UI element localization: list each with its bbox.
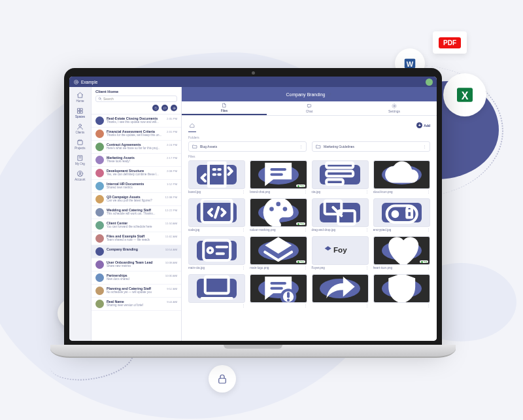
add-button[interactable]: +Add [416, 122, 430, 128]
avatar [95, 300, 104, 308]
file-name: cloud-icon.png [373, 190, 393, 194]
home-icon [76, 92, 84, 99]
search-input[interactable]: Search [95, 96, 177, 102]
more-icon[interactable]: ⋮ [365, 266, 369, 270]
folder-item[interactable]: Blog Assets⋮ [188, 141, 307, 152]
nav-home[interactable]: Home [69, 90, 91, 105]
conversation-item[interactable]: Financial Assessment Criteria2:31 PM Tha… [92, 128, 181, 141]
conversation-item[interactable]: Contract Agreements2:24 PM Here's what w… [92, 141, 181, 154]
more-icon[interactable]: ⋮ [365, 228, 369, 232]
more-icon[interactable]: ⋮ [427, 304, 430, 307]
file-item[interactable]: tag heart-icon.png⋮ [373, 236, 430, 270]
file-item[interactable]: encrypted.jpg⋮ [373, 198, 430, 232]
file-item[interactable]: main-cta.jpg⋮ [188, 236, 245, 270]
nav-account[interactable]: Account [69, 168, 91, 183]
more-icon[interactable]: ⋮ [242, 266, 245, 270]
panel-title: Client Home [95, 90, 177, 94]
avatar [95, 208, 104, 217]
conversation-item[interactable]: Q3 Campaign Assets12:38 PM Can we also p… [92, 193, 181, 206]
more-icon[interactable]: ⋮ [427, 228, 430, 232]
more-icon[interactable]: ⋮ [242, 304, 245, 307]
conversation-item[interactable]: Marketing Assets2:17 PM These look ready… [92, 154, 181, 167]
file-item[interactable]: tag colour-marking.png⋮ [250, 198, 307, 232]
nav-org[interactable]: My Org [69, 152, 91, 167]
nav-clients[interactable]: Clients [69, 121, 91, 136]
conversation-item[interactable]: Client Center11:50 AM You can forward th… [92, 219, 181, 232]
more-icon[interactable]: ⋮ [423, 145, 426, 149]
svg-point-30 [283, 207, 288, 212]
svg-point-8 [75, 81, 76, 82]
conversation-item[interactable]: Planning and Catering Staff9:52 AM No sc… [92, 285, 181, 298]
folder-icon [192, 144, 197, 149]
file-item[interactable]: tag main-logo.png⋮ [250, 236, 307, 270]
file-item[interactable]: drag-and-drop.jpg⋮ [312, 198, 369, 232]
file-item[interactable]: ⋮ [188, 274, 245, 307]
file-item[interactable]: ⋮ [373, 274, 430, 307]
more-icon[interactable]: ⋮ [427, 266, 430, 270]
file-item[interactable]: Foy Foyer.png⋮ [312, 236, 369, 270]
nav-projects[interactable]: Projects [69, 137, 91, 152]
tab-chat[interactable]: Chat [267, 101, 352, 115]
file-name: encrypted.jpg [373, 228, 392, 232]
file-thumbnail [188, 160, 245, 189]
more-icon[interactable]: ⋮ [365, 190, 369, 194]
breadcrumb-home[interactable] [188, 118, 196, 132]
tag-badge: tag [296, 222, 305, 225]
file-item[interactable]: ⋮ [312, 274, 369, 307]
file-name: main-logo.png [250, 266, 269, 270]
more-icon[interactable]: ⋮ [304, 304, 307, 307]
nav-spaces[interactable]: Spaces [69, 105, 91, 120]
file-name: cta.jpg [312, 190, 321, 194]
user-avatar[interactable] [426, 79, 433, 86]
new-item-button[interactable] [171, 105, 177, 111]
file-thumbnail [373, 160, 430, 189]
svg-rect-19 [155, 107, 157, 109]
avatar [95, 221, 104, 230]
new-space-button[interactable] [152, 105, 159, 111]
clients-icon [76, 123, 84, 130]
folder-item[interactable]: Marketing Guidelines⋮ [312, 141, 430, 152]
conversation-item[interactable]: Partnerships10:30 AM New docs shared [92, 271, 181, 285]
conversation-item[interactable]: Files and Example Staff11:02 AM Team sha… [92, 232, 181, 245]
file-item[interactable]: board.jpg⋮ [188, 160, 245, 194]
file-item[interactable]: cta.jpg⋮ [312, 160, 369, 194]
new-chat-button[interactable] [161, 105, 168, 111]
more-icon[interactable]: ⋮ [304, 190, 307, 194]
file-item[interactable]: ⋮ [250, 274, 307, 307]
edit-icon[interactable] [328, 92, 332, 97]
pdf-icon: PDF [433, 31, 467, 54]
file-name: drag-and-drop.jpg [312, 228, 336, 232]
conversation-item[interactable]: User Onboarding Team Lead10:38 AM Share … [92, 258, 181, 271]
file-item[interactable]: code.jpg⋮ [188, 198, 245, 232]
svg-point-22 [394, 105, 395, 107]
more-icon[interactable]: ⋮ [299, 145, 303, 149]
chat-icon [307, 103, 312, 109]
file-thumbnail [312, 160, 369, 189]
svg-rect-2 [219, 378, 226, 383]
avatar [95, 247, 104, 256]
more-icon[interactable]: ⋮ [304, 228, 307, 232]
nav-rail: Home Spaces Clients Projects My Org Acco… [69, 87, 92, 341]
more-icon[interactable]: ⋮ [365, 304, 369, 307]
more-icon[interactable]: ⋮ [242, 190, 245, 194]
svg-rect-24 [327, 163, 354, 168]
conversation-item[interactable]: Development Structure2:08 PM Yes, we can… [92, 167, 181, 180]
more-icon[interactable]: ⋮ [427, 190, 430, 194]
more-icon[interactable]: ⋮ [304, 266, 307, 270]
tab-settings[interactable]: Settings [352, 101, 437, 115]
conversation-item[interactable]: Company Branding10:54 AM [92, 245, 181, 258]
conversation-item[interactable]: Wedding and Catering Staff12:22 PM This … [92, 206, 181, 219]
brand: Example [73, 79, 97, 85]
projects-icon [76, 139, 84, 146]
file-thumbnail: tag [250, 198, 307, 227]
file-item[interactable]: cloud-icon.png⋮ [373, 160, 430, 194]
conversation-item[interactable]: Real Name9:44 AM Sharing new version of … [92, 298, 181, 311]
conversation-item[interactable]: Internal HR Documents1:52 PM Shared new … [92, 180, 181, 193]
file-item[interactable]: tag brand-chat.png⋮ [250, 160, 307, 194]
conversation-list[interactable]: Real-Estate Closing Documents2:35 PM Tha… [92, 114, 181, 341]
svg-text:X: X [462, 90, 469, 101]
conversation-item[interactable]: Real-Estate Closing Documents2:35 PM Tha… [92, 114, 181, 128]
org-icon [76, 154, 84, 162]
tab-files[interactable]: Files [182, 101, 267, 115]
more-icon[interactable]: ⋮ [242, 228, 245, 232]
